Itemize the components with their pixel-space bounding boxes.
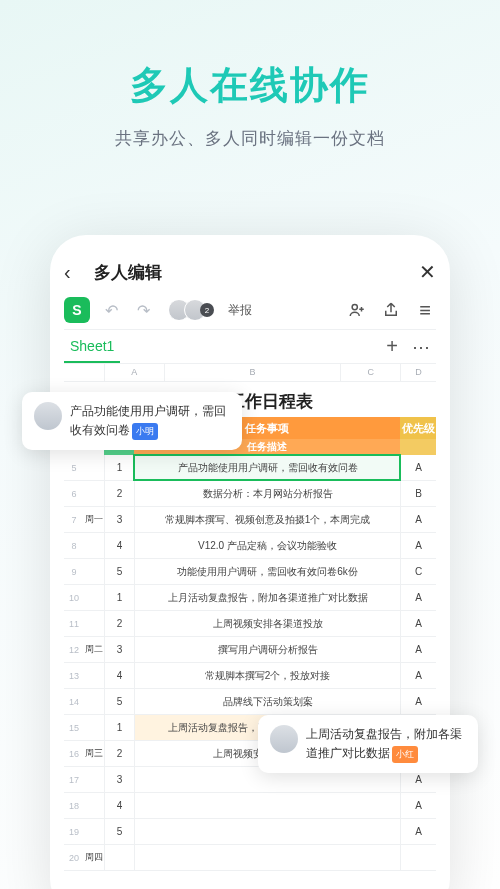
cell-priority[interactable]: A: [400, 637, 436, 662]
undo-button[interactable]: ↶: [100, 299, 122, 321]
cell-desc[interactable]: [134, 819, 400, 844]
cell-priority[interactable]: A: [400, 585, 436, 610]
collaborator-avatars[interactable]: 2: [168, 299, 214, 321]
cell-index[interactable]: 5: [104, 689, 134, 714]
cell-day[interactable]: [84, 481, 104, 506]
cell-priority[interactable]: A: [400, 793, 436, 818]
cell-day[interactable]: [84, 689, 104, 714]
cell-desc[interactable]: 常规脚本撰写、视频创意及拍摄1个，本周完成: [134, 507, 400, 532]
cell-index[interactable]: [104, 845, 134, 870]
cell-desc[interactable]: 功能使用用户调研，需回收有效问卷6k份: [134, 559, 400, 584]
cell-day[interactable]: [84, 663, 104, 688]
cell-desc[interactable]: 产品功能使用用户调研，需回收有效问卷: [134, 455, 400, 480]
share-icon[interactable]: [380, 299, 402, 321]
close-button[interactable]: ✕: [419, 260, 436, 284]
table-row[interactable]: 95功能使用用户调研，需回收有效问卷6k份C: [64, 559, 436, 585]
cell-index[interactable]: 4: [104, 533, 134, 558]
cell-index[interactable]: 5: [104, 819, 134, 844]
cell-desc[interactable]: 上周视频安排各渠道投放: [134, 611, 400, 636]
cell-priority[interactable]: A: [400, 689, 436, 714]
table-row[interactable]: 101上月活动复盘报告，附加各渠道推广对比数据A: [64, 585, 436, 611]
row-number: 9: [64, 559, 84, 584]
report-button[interactable]: 举报: [228, 302, 252, 319]
cell-desc[interactable]: V12.0 产品定稿，会议功能验收: [134, 533, 400, 558]
sheet-tabs: Sheet1 + ⋯: [64, 330, 436, 364]
cell-index[interactable]: 5: [104, 559, 134, 584]
col-c[interactable]: C: [340, 364, 400, 381]
row-number: 6: [64, 481, 84, 506]
cell-priority[interactable]: B: [400, 481, 436, 506]
cell-day[interactable]: [84, 559, 104, 584]
cell-index[interactable]: 2: [104, 481, 134, 506]
col-a[interactable]: A: [104, 364, 164, 381]
cell-index[interactable]: 1: [104, 455, 134, 480]
cell-desc[interactable]: 常规脚本撰写2个，投放对接: [134, 663, 400, 688]
cell-priority[interactable]: A: [400, 507, 436, 532]
cell-desc[interactable]: 数据分析：本月网站分析报告: [134, 481, 400, 506]
table-row[interactable]: 145品牌线下活动策划案A: [64, 689, 436, 715]
cell-priority[interactable]: [400, 845, 436, 870]
cell-day[interactable]: [84, 455, 104, 480]
table-row[interactable]: 12周二3撰写用户调研分析报告A: [64, 637, 436, 663]
cell-day[interactable]: 周四: [84, 845, 104, 870]
cell-priority[interactable]: A: [400, 663, 436, 688]
cell-priority[interactable]: A: [400, 455, 436, 480]
cell-day[interactable]: 周二: [84, 637, 104, 662]
cell-day[interactable]: [84, 767, 104, 792]
user-tag: 小明: [132, 423, 158, 439]
more-tabs-button[interactable]: ⋯: [406, 336, 436, 358]
cell-priority[interactable]: A: [400, 533, 436, 558]
cell-day[interactable]: [84, 585, 104, 610]
row-number: 17: [64, 767, 84, 792]
row-number: 10: [64, 585, 84, 610]
col-d[interactable]: D: [400, 364, 436, 381]
cell-priority[interactable]: A: [400, 611, 436, 636]
cell-desc[interactable]: 品牌线下活动策划案: [134, 689, 400, 714]
cell-index[interactable]: 1: [104, 715, 134, 740]
topbar: ‹ 多人编辑 ✕: [64, 253, 436, 291]
cell-day[interactable]: 周三: [84, 741, 104, 766]
tab-sheet1[interactable]: Sheet1: [64, 330, 120, 363]
cell-priority[interactable]: A: [400, 819, 436, 844]
cell-day[interactable]: [84, 611, 104, 636]
table-row[interactable]: 84V12.0 产品定稿，会议功能验收A: [64, 533, 436, 559]
cell-index[interactable]: 3: [104, 767, 134, 792]
cell-index[interactable]: 2: [104, 611, 134, 636]
cell-desc[interactable]: 撰写用户调研分析报告: [134, 637, 400, 662]
cell-day[interactable]: [84, 819, 104, 844]
row-number: 13: [64, 663, 84, 688]
cell-index[interactable]: 3: [104, 507, 134, 532]
back-button[interactable]: ‹: [64, 261, 88, 284]
table-row[interactable]: 7周一3常规脚本撰写、视频创意及拍摄1个，本周完成A: [64, 507, 436, 533]
cell-index[interactable]: 3: [104, 637, 134, 662]
hero-title: 多人在线协作: [0, 60, 500, 111]
cell-day[interactable]: 周一: [84, 507, 104, 532]
menu-icon[interactable]: ≡: [414, 299, 436, 321]
cell-index[interactable]: 4: [104, 663, 134, 688]
redo-button[interactable]: ↷: [132, 299, 154, 321]
cell-day[interactable]: [84, 793, 104, 818]
bubble-text: 产品功能使用用户调研，需回收有效问卷小明: [70, 402, 230, 440]
table-row[interactable]: 62数据分析：本月网站分析报告B: [64, 481, 436, 507]
table-row[interactable]: 20周四: [64, 845, 436, 871]
table-row[interactable]: 134常规脚本撰写2个，投放对接A: [64, 663, 436, 689]
table-row[interactable]: 112上周视频安排各渠道投放A: [64, 611, 436, 637]
cell-desc[interactable]: 上月活动复盘报告，附加各渠道推广对比数据: [134, 585, 400, 610]
row-number: 15: [64, 715, 84, 740]
table-row[interactable]: 51产品功能使用用户调研，需回收有效问卷A: [64, 455, 436, 481]
cell-desc[interactable]: [134, 845, 400, 870]
row-number: 18: [64, 793, 84, 818]
table-row[interactable]: 195A: [64, 819, 436, 845]
cell-priority[interactable]: C: [400, 559, 436, 584]
app-icon[interactable]: S: [64, 297, 90, 323]
table-row[interactable]: 184A: [64, 793, 436, 819]
cell-index[interactable]: 2: [104, 741, 134, 766]
cell-day[interactable]: [84, 533, 104, 558]
cell-desc[interactable]: [134, 793, 400, 818]
cell-index[interactable]: 4: [104, 793, 134, 818]
add-user-icon[interactable]: [346, 299, 368, 321]
add-tab-button[interactable]: +: [378, 335, 406, 358]
cell-day[interactable]: [84, 715, 104, 740]
col-b[interactable]: B: [164, 364, 341, 381]
cell-index[interactable]: 1: [104, 585, 134, 610]
